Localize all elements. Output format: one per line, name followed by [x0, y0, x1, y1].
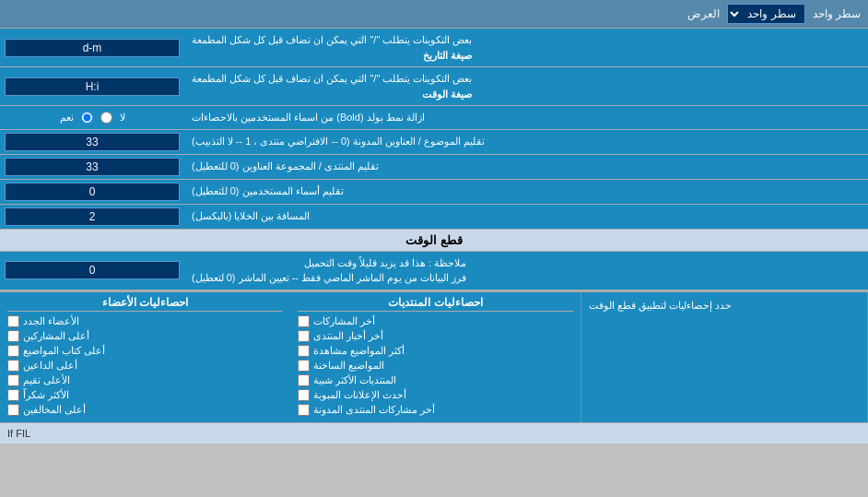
- forum-title-text: تقليم المنتدى / المجموعة العناوين (0 للت…: [192, 159, 379, 174]
- cb-member-6-label: الأكثر شكراً: [23, 389, 69, 401]
- cb-forum-5-input[interactable]: [298, 374, 310, 386]
- username-trim-input[interactable]: [5, 183, 180, 201]
- bold-radio-group: لا نعم: [60, 112, 125, 124]
- cb-member-2: أعلى المشاركين: [7, 330, 283, 342]
- time-format-label-main: صيغة الوقت: [422, 89, 472, 100]
- cell-spacing-row: المسافة بين الخلايا (بالبكسل): [0, 205, 868, 230]
- date-format-input[interactable]: [5, 39, 180, 57]
- cb-forum-3: أكثر المواضيع مشاهدة: [298, 345, 573, 357]
- username-trim-input-cell: [0, 180, 184, 204]
- bottom-bar: If FIL: [0, 422, 868, 444]
- cb-member-3: أعلى كتاب المواضيع: [7, 345, 283, 357]
- cb-forum-5: المنتديات الأكثر شبية: [298, 374, 573, 386]
- header-row: سطر واحد سطر واحد سطرين ثلاثة أسطر العرض: [0, 0, 868, 29]
- filter-days-input-cell: [0, 252, 184, 290]
- date-format-row: بعض التكوينات يتطلب "/" التي يمكن ان تضا…: [0, 29, 868, 67]
- date-format-input-cell: [0, 29, 184, 66]
- cb-forum-4-label: المواضيع الساخنة: [313, 360, 384, 372]
- cb-member-2-label: أعلى المشاركين: [23, 330, 89, 342]
- username-trim-row: تقليم أسماء المستخدمين (0 للتعطيل): [0, 180, 868, 205]
- cb-forum-3-input[interactable]: [298, 345, 310, 357]
- cb-member-4-input[interactable]: [7, 360, 19, 372]
- stats-container: حدد إحصاءليات لتطبيق قطع الوقت احصاءليات…: [0, 290, 868, 422]
- cell-spacing-input[interactable]: [5, 207, 180, 226]
- cb-member-7: أعلى المخالفين: [7, 404, 283, 416]
- date-format-label-main: صيغة التاريخ: [423, 50, 472, 61]
- cb-forum-1: أخر المشاركات: [298, 315, 573, 327]
- cell-spacing-input-cell: [0, 205, 184, 229]
- member-stats-title: احصاءليات الأعضاء: [7, 296, 283, 312]
- username-trim-label: تقليم أسماء المستخدمين (0 للتعطيل): [184, 180, 868, 204]
- forum-title-row: تقليم المنتدى / المجموعة العناوين (0 للت…: [0, 155, 868, 180]
- cb-forum-3-label: أكثر المواضيع مشاهدة: [313, 345, 405, 357]
- forum-title-input-cell: [0, 155, 184, 179]
- member-stats-col: احصاءليات الأعضاء الأعضاء الجدد أعلى الم…: [0, 292, 290, 422]
- radio-no-label: لا: [120, 112, 125, 124]
- cb-forum-1-label: أخر المشاركات: [313, 315, 375, 327]
- cb-member-4: أعلى الداعين: [7, 360, 283, 372]
- cb-member-5-input[interactable]: [7, 374, 19, 386]
- forum-title-label: تقليم المنتدى / المجموعة العناوين (0 للت…: [184, 155, 868, 179]
- forum-stats-col: احصاءليات المنتديات أخر المشاركات أخر أخ…: [290, 292, 581, 422]
- cb-member-1-input[interactable]: [7, 315, 19, 327]
- forum-title-input[interactable]: [5, 158, 180, 176]
- username-trim-text: تقليم أسماء المستخدمين (0 للتعطيل): [192, 183, 344, 199]
- cb-forum-7-label: أخر مشاركات المنتدى المدونة: [313, 404, 435, 416]
- cb-member-3-label: أعلى كتاب المواضيع: [23, 345, 105, 357]
- cb-forum-4: المواضيع الساخنة: [298, 360, 573, 372]
- cb-forum-6-input[interactable]: [298, 389, 310, 401]
- radio-yes-label: نعم: [60, 112, 74, 124]
- filter-days-main: فرز البيانات من يوم الماشر الماضي فقط --…: [192, 272, 466, 283]
- date-format-label-sub: بعض التكوينات يتطلب "/" التي يمكن ان تضا…: [192, 34, 472, 45]
- bold-remove-label: ازالة نمط بولد (Bold) من اسماء المستخدمي…: [184, 106, 868, 129]
- cb-forum-6: أحدث الإعلانات المبوبة: [298, 389, 573, 401]
- topic-title-label: تقليم الموضوع / العناوين المدونة (0 -- ا…: [184, 130, 868, 154]
- cell-spacing-label: المسافة بين الخلايا (بالبكسل): [184, 205, 868, 229]
- bottom-text: If FIL: [7, 428, 30, 439]
- radio-yes[interactable]: [81, 112, 93, 124]
- right-label: العرض: [7, 7, 727, 20]
- date-format-label: بعض التكوينات يتطلب "/" التي يمكن ان تضا…: [184, 29, 868, 66]
- cb-member-7-label: أعلى المخالفين: [23, 404, 86, 416]
- time-format-label-sub: بعض التكوينات يتطلب "/" التي يمكن ان تضا…: [192, 73, 472, 84]
- cb-member-7-input[interactable]: [7, 404, 19, 416]
- line-count-select[interactable]: سطر واحد سطرين ثلاثة أسطر: [727, 4, 805, 24]
- apply-label-col: حدد إحصاءليات لتطبيق قطع الوقت: [581, 292, 868, 422]
- filter-days-input[interactable]: [5, 261, 180, 279]
- time-format-row: بعض التكوينات يتطلب "/" التي يمكن ان تضا…: [0, 67, 868, 106]
- realtime-section-header: قطع الوقت: [0, 230, 868, 252]
- cb-forum-7-input[interactable]: [298, 404, 310, 416]
- realtime-section-title: قطع الوقت: [405, 233, 463, 247]
- bold-remove-text: ازالة نمط بولد (Bold) من اسماء المستخدمي…: [192, 110, 425, 125]
- time-format-input-cell: [0, 67, 184, 105]
- topic-title-row: تقليم الموضوع / العناوين المدونة (0 -- ا…: [0, 130, 868, 155]
- topic-title-input-cell: [0, 130, 184, 154]
- cb-forum-7: أخر مشاركات المنتدى المدونة: [298, 404, 573, 416]
- cb-member-4-label: أعلى الداعين: [23, 360, 77, 372]
- cell-spacing-text: المسافة بين الخلايا (بالبكسل): [192, 208, 311, 224]
- cb-forum-6-label: أحدث الإعلانات المبوبة: [313, 389, 406, 401]
- header-label: سطر واحد: [813, 7, 861, 20]
- cb-forum-1-input[interactable]: [298, 315, 310, 327]
- filter-days-row: ملاحظة : هذا قد يزيد قليلاً وقت التحميل …: [0, 252, 868, 290]
- cb-member-5-label: الأعلى تقيم: [23, 374, 70, 386]
- apply-label-text: حدد إحصاءليات لتطبيق قطع الوقت: [589, 300, 732, 312]
- cb-forum-2-input[interactable]: [298, 330, 310, 342]
- filter-days-sub: ملاحظة : هذا قد يزيد قليلاً وقت التحميل: [304, 257, 466, 268]
- cb-forum-4-input[interactable]: [298, 360, 310, 372]
- cb-member-5: الأعلى تقيم: [7, 374, 283, 386]
- checkboxes-outer-row: حدد إحصاءليات لتطبيق قطع الوقت احصاءليات…: [0, 291, 868, 422]
- cb-member-6-input[interactable]: [7, 389, 19, 401]
- cb-forum-5-label: المنتديات الأكثر شبية: [313, 374, 396, 386]
- cb-member-6: الأكثر شكراً: [7, 389, 283, 401]
- filter-days-label: ملاحظة : هذا قد يزيد قليلاً وقت التحميل …: [184, 252, 868, 290]
- radio-no[interactable]: [100, 112, 112, 124]
- cb-member-3-input[interactable]: [7, 345, 19, 357]
- topic-title-input[interactable]: [5, 133, 180, 151]
- time-format-input[interactable]: [5, 77, 180, 96]
- cb-member-1: الأعضاء الجدد: [7, 315, 283, 327]
- forum-stats-title: احصاءليات المنتديات: [298, 296, 573, 312]
- time-format-label: بعض التكوينات يتطلب "/" التي يمكن ان تضا…: [184, 67, 868, 105]
- cb-member-2-input[interactable]: [7, 330, 19, 342]
- cb-forum-2-label: أخر أخبار المنتدى: [313, 330, 383, 342]
